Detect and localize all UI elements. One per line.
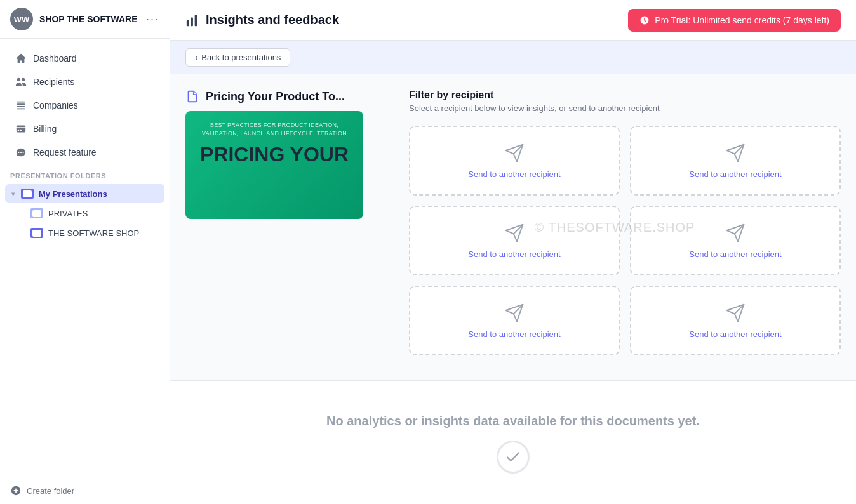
more-options-icon[interactable]: ··· (146, 13, 159, 26)
recipient-card-5-label: Send to another recipient (468, 329, 560, 339)
chevron-left-icon: ‹ (195, 53, 197, 62)
main-content: Insights and feedback Pro Trial: Unlimit… (170, 0, 856, 504)
folder-item-my-presentations[interactable]: ▾ My Presentations (5, 184, 164, 203)
billing-icon (15, 123, 27, 135)
sidebar-header: WW SHOP THE SOFTWARE ··· (0, 0, 170, 39)
recipient-card-4[interactable]: Send to another recipient (630, 206, 841, 275)
chat-icon (15, 147, 27, 158)
recipient-card-1-label: Send to another recipient (468, 169, 560, 179)
presentation-card-main-title: PRICING YOUR (200, 143, 349, 166)
spinner-icon (497, 441, 530, 474)
svg-rect-0 (23, 190, 32, 197)
no-data-message: No analytics or insights data available … (326, 411, 700, 430)
back-to-presentations-button[interactable]: ‹ Back to presentations (185, 48, 290, 67)
folder-privates-label: PRIVATES (48, 209, 88, 218)
svg-rect-1 (32, 210, 41, 217)
topbar: Insights and feedback Pro Trial: Unlimit… (170, 0, 856, 41)
main-panel: Pricing Your Product To... BEST PRACTICE… (170, 74, 856, 380)
filter-subtitle: Select a recipient below to view insight… (409, 103, 841, 113)
send-icon-4 (725, 223, 746, 243)
presentation-title-row: Pricing Your Product To... (185, 90, 389, 103)
sidebar-item-request-feature[interactable]: Request feature (5, 141, 164, 164)
topbar-left: Insights and feedback (185, 13, 339, 27)
presentation-folders-label: Presentation folders (0, 164, 170, 183)
sidebar-item-recipients[interactable]: Recipients (5, 70, 164, 93)
sidebar-item-dashboard-label: Dashboard (33, 53, 77, 63)
presentation-card: BEST PRACTICES FOR PRODUCT IDEATION, VAL… (185, 111, 363, 219)
sidebar-item-request-feature-label: Request feature (33, 147, 97, 157)
pro-trial-button[interactable]: Pro Trial: Unlimited send credits (7 day… (628, 9, 841, 32)
recipient-card-6[interactable]: Send to another recipient (630, 286, 841, 355)
page-title: Insights and feedback (206, 13, 339, 27)
presentation-preview: Pricing Your Product To... BEST PRACTICE… (185, 90, 389, 365)
filter-title: Filter by recipient (409, 90, 841, 101)
folder-blue-icon (21, 189, 34, 199)
sidebar-item-billing-label: Billing (33, 124, 57, 134)
folder-caret-icon: ▾ (11, 190, 15, 197)
pro-trial-label: Pro Trial: Unlimited send credits (7 day… (655, 15, 829, 25)
recipient-grid: Send to another recipient Send to anothe… (409, 126, 841, 355)
presentation-card-subtitle: BEST PRACTICES FOR PRODUCT IDEATION, VAL… (196, 121, 353, 137)
sidebar-item-companies-label: Companies (33, 100, 78, 110)
recipient-card-1[interactable]: Send to another recipient (409, 126, 620, 196)
bottom-section: No analytics or insights data available … (170, 380, 856, 504)
users-icon (15, 76, 27, 88)
send-icon-3 (504, 223, 525, 243)
folder-light-blue-icon (30, 208, 43, 218)
folder-my-presentations-label: My Presentations (39, 189, 107, 199)
recipient-card-3[interactable]: Send to another recipient (409, 206, 620, 275)
recipient-card-3-label: Send to another recipient (468, 249, 560, 259)
page-content: ‹ Back to presentations Pricing Your Pro… (170, 41, 856, 504)
presentation-title: Pricing Your Product To... (206, 90, 345, 103)
clock-icon (639, 15, 650, 25)
create-folder-label: Create folder (27, 486, 74, 496)
recipient-card-2-label: Send to another recipient (689, 169, 781, 179)
breadcrumb-bar: ‹ Back to presentations (170, 41, 856, 74)
folder-item-the-software-shop[interactable]: THE SOFTWARE SHOP (5, 223, 164, 242)
folder-item-privates[interactable]: PRIVATES (5, 204, 164, 223)
sidebar: WW SHOP THE SOFTWARE ··· Dashboard Recip… (0, 0, 170, 504)
sidebar-item-companies[interactable]: Companies (5, 94, 164, 117)
send-icon-1 (504, 143, 525, 163)
checkmark-icon (504, 448, 522, 466)
create-folder-button[interactable]: Create folder (10, 485, 159, 496)
svg-rect-4 (191, 17, 193, 26)
plus-circle-icon (10, 485, 22, 496)
sidebar-item-recipients-label: Recipients (33, 77, 74, 87)
recipient-card-6-label: Send to another recipient (689, 329, 781, 339)
avatar: WW (10, 8, 33, 30)
svg-rect-2 (32, 230, 41, 237)
document-icon (185, 90, 199, 103)
home-icon (15, 53, 27, 64)
bar-chart-icon (185, 13, 199, 27)
svg-rect-3 (187, 20, 189, 26)
folder-the-software-shop-label: THE SOFTWARE SHOP (48, 229, 139, 238)
send-icon-5 (504, 303, 525, 323)
breadcrumb-label: Back to presentations (201, 53, 281, 62)
list-icon (15, 100, 27, 111)
sidebar-footer: Create folder (0, 477, 170, 504)
org-name-label: SHOP THE SOFTWARE (39, 14, 140, 24)
sidebar-item-dashboard[interactable]: Dashboard (5, 47, 164, 70)
send-icon-6 (725, 303, 746, 323)
filter-section: Filter by recipient Select a recipient b… (389, 90, 841, 365)
send-icon-2 (725, 143, 746, 163)
folder-blue2-icon (30, 228, 43, 238)
recipient-card-5[interactable]: Send to another recipient (409, 286, 620, 355)
sidebar-item-billing[interactable]: Billing (5, 117, 164, 140)
recipient-card-4-label: Send to another recipient (689, 249, 781, 259)
nav-items: Dashboard Recipients Companies Billing R… (0, 39, 170, 477)
svg-rect-5 (195, 15, 197, 25)
recipient-card-2[interactable]: Send to another recipient (630, 126, 841, 196)
